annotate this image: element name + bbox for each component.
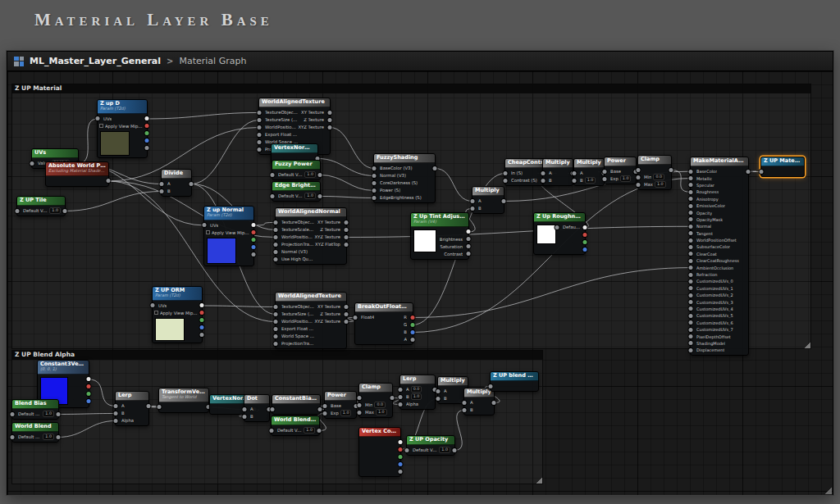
input-pin[interactable] — [637, 183, 641, 187]
value-chip[interactable]: 1.0 — [655, 181, 666, 188]
output-pin[interactable] — [502, 199, 506, 203]
output-pin[interactable] — [746, 170, 751, 174]
output-pin[interactable] — [200, 311, 204, 315]
output-pin[interactable] — [467, 244, 471, 248]
input-pin[interactable] — [11, 412, 15, 416]
input-pin[interactable] — [274, 320, 278, 324]
input-pin[interactable] — [689, 231, 693, 235]
breadcrumb-asset[interactable]: ML_Master_Layer_General — [30, 56, 161, 66]
node-mul4[interactable]: MultiplyAB — [463, 388, 495, 415]
node-header[interactable]: WorldAlignedTexture — [276, 293, 346, 302]
node-dot[interactable]: DotAB — [244, 394, 270, 422]
output-pin[interactable] — [345, 220, 349, 225]
node-header[interactable]: Z UP Material — [761, 157, 804, 166]
output-pin[interactable] — [87, 384, 91, 388]
node-header[interactable]: World Blend — [12, 423, 58, 432]
input-pin[interactable] — [270, 429, 274, 433]
node-p2[interactable]: World BlendDefault Value1.0 — [11, 422, 59, 443]
input-pin[interactable] — [689, 225, 693, 229]
input-pin[interactable] — [114, 411, 118, 415]
node-header[interactable]: Z UP ORMParam (T2d) — [153, 287, 202, 301]
output-pin[interactable] — [467, 229, 471, 234]
input-pin[interactable] — [323, 411, 327, 415]
node-lerp2[interactable]: LerpA0.0B1.0Alpha — [399, 375, 436, 410]
output-pin[interactable] — [411, 316, 415, 320]
input-pin[interactable] — [689, 183, 693, 187]
node-header[interactable]: Constant3Vector(0, 0, 1) — [38, 361, 89, 375]
input-pin[interactable] — [274, 235, 278, 239]
node-header[interactable]: Z UP Opacity — [407, 436, 454, 445]
input-pin[interactable] — [151, 303, 155, 307]
input-pin[interactable] — [405, 448, 409, 452]
output-pin[interactable] — [399, 462, 403, 466]
input-pin[interactable] — [16, 209, 20, 213]
input-pin[interactable] — [504, 171, 508, 175]
node-tv[interactable]: TransformVectorTangent to World — [158, 388, 209, 413]
node-mul2[interactable]: MultiplyAB1.0 — [573, 158, 605, 186]
node-header[interactable]: Multiply — [543, 159, 573, 168]
input-pin[interactable] — [689, 320, 693, 325]
output-pin[interactable] — [345, 228, 349, 232]
output-pin[interactable] — [145, 116, 149, 120]
input-pin[interactable] — [689, 252, 693, 256]
output-pin[interactable] — [200, 318, 204, 322]
node-header[interactable]: Multiply — [438, 377, 468, 386]
input-pin[interactable] — [274, 334, 278, 338]
input-pin[interactable] — [274, 312, 278, 316]
output-pin[interactable] — [467, 252, 471, 256]
output-pin[interactable] — [399, 447, 403, 452]
input-pin[interactable] — [258, 140, 262, 144]
node-mma[interactable]: MakeMaterialAttributesBaseColorMetallicS… — [690, 157, 749, 356]
value-chip[interactable]: 0.0 — [653, 174, 664, 180]
output-pin[interactable] — [411, 323, 415, 327]
input-pin[interactable] — [637, 168, 641, 172]
node-header[interactable]: Lerp — [400, 375, 435, 384]
output-pin[interactable] — [583, 225, 587, 229]
input-pin[interactable] — [160, 189, 164, 193]
node-header[interactable]: Fuzzy Power — [272, 161, 320, 170]
input-pin[interactable] — [274, 228, 278, 232]
output-pin[interactable] — [411, 338, 415, 342]
node-header[interactable]: Dot — [244, 395, 269, 404]
input-pin[interactable] — [471, 207, 475, 211]
input-pin[interactable] — [689, 314, 693, 318]
value-chip[interactable]: 1.0 — [49, 207, 61, 214]
input-pin[interactable] — [541, 171, 546, 175]
input-pin[interactable] — [689, 217, 693, 221]
value-chip[interactable]: 1.0 — [304, 193, 316, 199]
input-pin[interactable] — [274, 342, 278, 346]
output-pin[interactable] — [145, 146, 149, 150]
mipbias-checkbox[interactable] — [206, 230, 210, 234]
node-header[interactable]: WorldAlignedNormal — [276, 208, 346, 217]
input-pin[interactable] — [573, 171, 577, 175]
output-pin[interactable] — [345, 305, 349, 309]
node-clamp2[interactable]: ClampMin0.0Max1.0 — [358, 383, 393, 418]
output-pin[interactable] — [318, 407, 322, 411]
node-fuzzy[interactable]: FuzzyShadingBaseColor (V3)Normal (V3)Cor… — [373, 153, 436, 203]
node-header[interactable]: Z up NormalParam (T2d) — [204, 207, 253, 220]
output-pin[interactable] — [399, 440, 403, 444]
output-pin[interactable] — [107, 179, 111, 183]
output-pin[interactable] — [317, 429, 322, 433]
output-pin[interactable] — [433, 166, 437, 170]
input-pin[interactable] — [463, 408, 467, 412]
node-header[interactable]: BreakOutFloat4Components — [355, 303, 413, 312]
node-fzpow[interactable]: Fuzzy PowerDefault Value1.0 — [272, 160, 321, 180]
input-pin[interactable] — [274, 327, 278, 331]
node-breakout[interactable]: BreakOutFloat4ComponentsFloat4RGBA — [354, 302, 413, 345]
value-chip[interactable]: 1.0 — [585, 177, 596, 184]
value-chip[interactable]: 1.0 — [340, 410, 352, 416]
output-pin[interactable] — [147, 404, 151, 408]
input-pin[interactable] — [114, 404, 118, 408]
node-header[interactable]: Power — [325, 392, 356, 401]
node-header[interactable]: Clamp — [638, 156, 671, 165]
output-pin[interactable] — [200, 303, 204, 307]
input-pin[interactable] — [274, 220, 278, 225]
output-pin[interactable] — [328, 118, 332, 122]
graph-canvas[interactable]: Z UP MaterialZ UP Blend AlphaZ up DParam… — [7, 71, 833, 495]
value-chip[interactable]: 0.0 — [411, 386, 422, 393]
output-pin[interactable] — [492, 401, 496, 405]
node-power[interactable]: PowerBaseExp1.0 — [604, 157, 637, 184]
node-header[interactable]: MakeMaterialAttributes — [691, 157, 748, 166]
node-header[interactable]: VertexNormalWS — [272, 144, 317, 153]
